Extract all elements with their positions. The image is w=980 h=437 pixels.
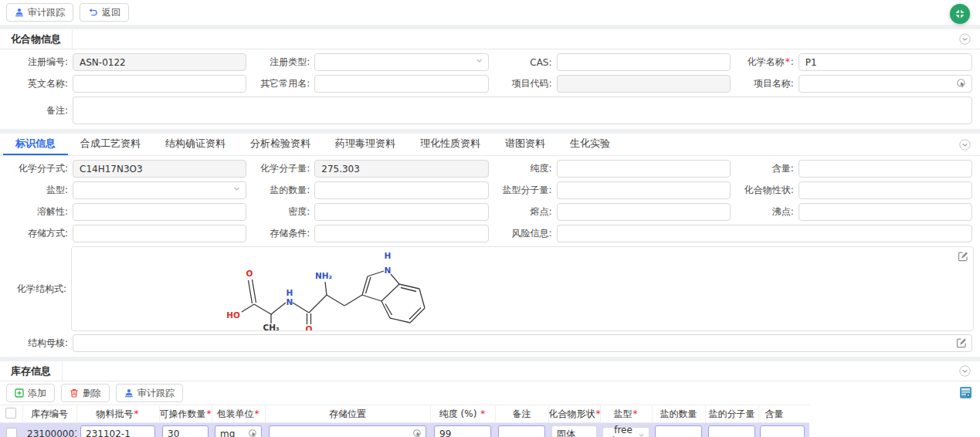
tab-physicochemical[interactable]: 理化性质资料 — [408, 134, 493, 155]
purity-label: 纯度: — [492, 162, 557, 175]
salt-mw-input[interactable] — [564, 185, 724, 196]
en-name-field[interactable] — [73, 75, 246, 93]
top-toolbar: 审计跟踪 返回 — [0, 0, 980, 25]
chem-name-field[interactable] — [799, 53, 972, 71]
risk-input[interactable] — [564, 229, 966, 239]
audit-trail-button[interactable]: 审计跟踪 — [6, 3, 73, 22]
appearance-label: 化合物性状: — [734, 184, 799, 197]
atom-amide-n-label: N — [287, 297, 293, 307]
project-code-input — [564, 79, 724, 90]
table-settings-icon[interactable] — [959, 386, 972, 399]
collapse-inventory-icon[interactable] — [959, 365, 971, 377]
back-button[interactable]: 返回 — [80, 3, 129, 22]
cas-input[interactable] — [564, 57, 724, 68]
reg-type-select[interactable] — [314, 53, 488, 71]
salt-mw-field[interactable] — [557, 181, 731, 199]
collapse-compound-icon[interactable] — [959, 33, 971, 45]
edit-structure-icon[interactable] — [958, 251, 968, 262]
purity-field[interactable] — [557, 160, 731, 178]
remark-textarea[interactable] — [73, 97, 972, 124]
location-cell-input[interactable] — [269, 425, 426, 437]
chemical-structure-canvas: HO O O N H NH₂ CH₃ N H — [71, 246, 974, 331]
project-name-label: 项目名称: — [734, 77, 799, 90]
reference-picker-icon[interactable] — [412, 429, 422, 437]
salt-mw-label: 盐型分子量: — [492, 184, 557, 197]
tab-synthesis-process[interactable]: 合成工艺资料 — [68, 134, 153, 155]
stock-no-value: 231000001 — [22, 429, 76, 437]
salt-mw-cell-input[interactable] — [708, 425, 755, 437]
purity-input[interactable] — [564, 164, 724, 174]
core-structure-field[interactable] — [73, 334, 972, 352]
storage-cond-input[interactable] — [321, 229, 481, 239]
appearance-input[interactable] — [805, 185, 965, 196]
en-name-input[interactable] — [80, 79, 239, 90]
content-label: 含量: — [734, 162, 799, 175]
reference-picker-icon[interactable] — [248, 429, 258, 437]
other-name-field[interactable] — [314, 75, 488, 93]
storage-method-input[interactable] — [80, 229, 239, 239]
tab-identification[interactable]: 标识信息 — [3, 134, 68, 155]
other-name-input[interactable] — [321, 79, 481, 90]
edit-core-icon[interactable] — [956, 337, 967, 348]
salt-count-cell-input[interactable] — [655, 425, 702, 437]
salt-type-cell-select[interactable]: free base — [602, 427, 649, 437]
row-checkbox[interactable] — [6, 428, 17, 437]
solubility-field[interactable] — [73, 203, 246, 221]
reg-type-label: 注册类型: — [249, 56, 314, 69]
tab-spectra[interactable]: 谱图资料 — [493, 134, 558, 155]
project-name-input[interactable] — [805, 79, 965, 90]
delete-row-button[interactable]: 删除 — [61, 384, 110, 402]
salt-type-input[interactable] — [80, 185, 239, 196]
tab-analysis-inspection[interactable]: 分析检验资料 — [238, 134, 323, 155]
inventory-audit-trail-button[interactable]: 审计跟踪 — [116, 384, 183, 402]
detail-section: 标识信息 合成工艺资料 结构确证资料 分析检验资料 药理毒理资料 理化性质资料 … — [0, 134, 980, 357]
inventory-row[interactable]: 231000001 free ba — [0, 423, 809, 437]
melting-input[interactable] — [564, 207, 724, 218]
project-name-field[interactable] — [799, 75, 972, 93]
structure-label: 化学结构式: — [6, 283, 71, 296]
melting-field[interactable] — [557, 203, 731, 221]
reg-no-input — [80, 57, 239, 68]
storage-cond-field[interactable] — [314, 225, 488, 242]
audit-person-icon — [124, 388, 134, 398]
boiling-input[interactable] — [805, 207, 965, 218]
collapse-detail-icon[interactable] — [959, 139, 971, 151]
tab-structure-confirmation[interactable]: 结构确证资料 — [153, 134, 238, 155]
reference-picker-icon[interactable] — [956, 78, 967, 89]
solubility-label: 溶解性: — [8, 205, 73, 218]
compound-section-title: 化合物信息 — [0, 29, 73, 49]
density-input[interactable] — [321, 207, 481, 218]
atom-nh2-label: NH₂ — [315, 271, 333, 280]
content-cell-input[interactable] — [760, 425, 805, 437]
tab-pharmacology-toxicology[interactable]: 药理毒理资料 — [323, 134, 408, 155]
select-all-checkbox[interactable] — [5, 408, 16, 418]
tab-biochemical[interactable]: 生化实验 — [558, 134, 622, 155]
content-input[interactable] — [805, 164, 965, 174]
atom-amide-o-label: O — [306, 324, 313, 330]
chem-name-input[interactable] — [805, 57, 965, 68]
salt-count-input[interactable] — [321, 185, 481, 196]
shape-cell-input[interactable] — [551, 425, 597, 437]
formula-label: 化学分子式: — [8, 162, 73, 175]
boiling-field[interactable] — [799, 203, 972, 221]
collapse-all-fab-button[interactable] — [950, 4, 970, 24]
salt-type-select[interactable] — [73, 181, 246, 199]
density-field[interactable] — [314, 203, 488, 221]
appearance-field[interactable] — [799, 181, 972, 199]
chevron-down-icon — [638, 432, 645, 437]
salt-count-field[interactable] — [314, 181, 488, 199]
content-field[interactable] — [799, 160, 972, 178]
purity-cell-input[interactable] — [434, 425, 491, 437]
core-structure-input[interactable] — [80, 338, 965, 349]
qty-cell-input[interactable] — [162, 425, 209, 437]
storage-method-field[interactable] — [73, 225, 246, 242]
cas-field[interactable] — [557, 53, 731, 71]
solubility-input[interactable] — [80, 207, 239, 218]
remark-cell-input[interactable] — [498, 425, 545, 437]
risk-field[interactable] — [557, 225, 973, 242]
batch-no-cell-input[interactable] — [80, 425, 155, 437]
col-salt-count: 盐的数量 — [652, 405, 705, 423]
reg-type-input[interactable] — [321, 57, 481, 68]
storage-method-label: 存储方式: — [8, 227, 73, 240]
add-row-button[interactable]: 添加 — [6, 384, 55, 402]
